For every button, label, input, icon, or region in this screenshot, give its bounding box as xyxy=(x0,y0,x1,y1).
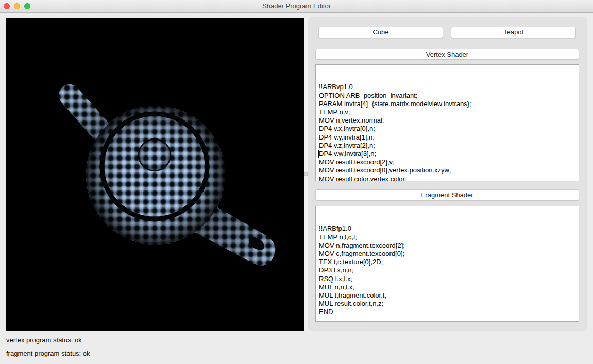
titlebar[interactable]: Shader Program Editor xyxy=(0,0,593,13)
splitter-handle-icon[interactable] xyxy=(304,172,308,176)
text-caret xyxy=(318,150,319,158)
window-title: Shader Program Editor xyxy=(0,0,593,12)
teapot-lid-knob xyxy=(139,139,171,171)
pane-splitter[interactable] xyxy=(304,18,308,331)
vertex-shader-code: !!ARBvp1.0 OPTION ARB_position_invariant… xyxy=(319,83,575,181)
shader-program-editor-window: { "window": { "title": "Shader Program E… xyxy=(0,0,593,364)
teapot-render xyxy=(6,18,304,331)
vertex-shader-button[interactable]: Vertex Shader xyxy=(315,49,579,60)
cube-button[interactable]: Cube xyxy=(318,27,443,38)
fragment-shader-editor[interactable]: !!ARBfp1.0 TEMP n,l,c,t; MOV n,fragment.… xyxy=(315,206,579,322)
fragment-shader-code: !!ARBfp1.0 TEMP n,l,c,t; MOV n,fragment.… xyxy=(319,224,575,316)
vertex-program-status: vertex program status: ok xyxy=(6,336,82,344)
fragment-shader-button[interactable]: Fragment Shader xyxy=(315,189,579,201)
shader-panel: Cube Teapot Vertex Shader !!ARBvp1.0 OPT… xyxy=(308,17,587,331)
teapot-button[interactable]: Teapot xyxy=(451,27,576,38)
vertex-shader-editor[interactable]: !!ARBvp1.0 OPTION ARB_position_invariant… xyxy=(315,64,579,181)
gl-viewport[interactable] xyxy=(6,18,304,331)
fragment-program-status: fragment program status: ok xyxy=(6,350,90,357)
